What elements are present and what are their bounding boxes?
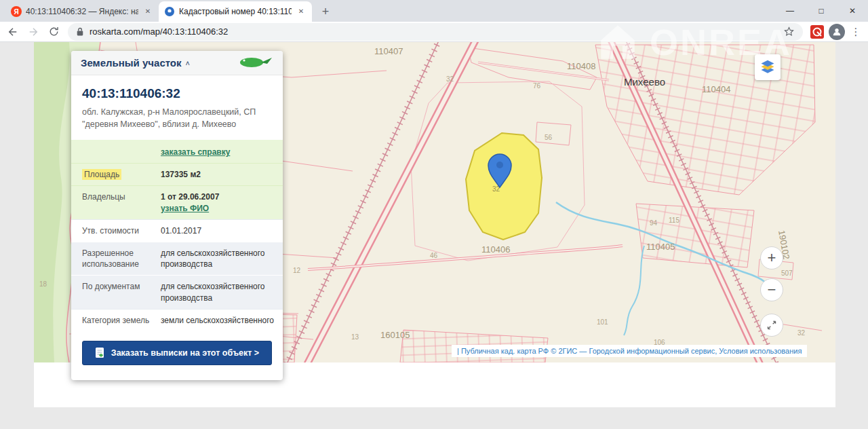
fullscreen-button[interactable] (760, 314, 783, 337)
svg-text:12: 12 (293, 267, 301, 274)
svg-text:18: 18 (39, 280, 47, 288)
row-land-category: Категория земель земли сельскохозяйствен… (71, 309, 283, 331)
address-bar[interactable]: roskarta.com/map/40:13:110406:32 (68, 23, 803, 41)
svg-text:507: 507 (781, 269, 793, 277)
zoom-out-button[interactable]: − (760, 278, 783, 301)
pdf-extension-icon[interactable] (808, 23, 826, 41)
map-attribution: | Публичная кад. карта РФ © 2ГИС — Город… (452, 345, 807, 357)
cadastral-number: 40:13:110406:32 (71, 75, 283, 107)
svg-text:56: 56 (545, 134, 553, 141)
find-owner-link[interactable]: узнать ФИО (161, 203, 209, 214)
area-value: 137335 м2 (161, 169, 275, 180)
parcel-address: обл. Калужская, р-н Малоярославецкий, СП… (71, 107, 283, 140)
terms-of-use-link[interactable]: Условия использования (719, 347, 802, 355)
svg-text:110404: 110404 (702, 84, 730, 94)
order-certificate-row: заказать справку (71, 140, 283, 163)
bookmark-star-icon[interactable] (783, 26, 795, 37)
by-documents-label: По документам (82, 281, 161, 303)
browser-navbar: roskarta.com/map/40:13:110406:32 ⋮ (0, 22, 868, 42)
page-body: 32 110407 110408 110404 110406 110405 16… (0, 42, 868, 429)
browser-menu-icon[interactable]: ⋮ (848, 26, 864, 38)
svg-text:76: 76 (533, 82, 541, 90)
tab-close-icon[interactable]: ✕ (296, 6, 307, 17)
new-tab-button[interactable]: + (316, 2, 335, 21)
row-by-documents: По документам для сельскохозяйственного … (71, 275, 283, 308)
area-label: Площадь (82, 169, 121, 180)
attribution-text: | Публичная кад. карта РФ © 2ГИС — Город… (457, 347, 717, 355)
url-text: roskarta.com/map/40:13:110406:32 (90, 26, 778, 37)
tab-title: 40:13:110406:32 — Яндекс: наш (26, 7, 138, 16)
panel-title: Земельный участок (81, 57, 182, 69)
svg-text:94: 94 (650, 219, 658, 227)
svg-text:110406: 110406 (481, 244, 510, 255)
svg-text:110407: 110407 (374, 46, 403, 56)
place-label: Михеево (624, 76, 665, 88)
svg-text:160105: 160105 (380, 330, 410, 340)
order-extracts-label: Заказать выписки на этот объект > (111, 348, 259, 358)
permitted-use-label: Разрешенное использование (82, 248, 161, 269)
browser-tab-cadastre[interactable]: Кадастровый номер 40:13:1104 ✕ (159, 1, 312, 22)
tab-title: Кадастровый номер 40:13:1104 (179, 7, 292, 16)
fullscreen-icon (765, 318, 778, 332)
map-container: 32 110407 110408 110404 110406 110405 16… (34, 42, 835, 407)
panel-header: Земельный участок ˄ (71, 51, 283, 75)
by-documents-value: для сельскохозяйственного производства (161, 281, 275, 303)
forward-button[interactable] (24, 23, 42, 41)
zoom-in-button[interactable]: + (760, 246, 783, 269)
order-extracts-button[interactable]: Заказать выписки на этот объект > (82, 341, 272, 365)
owners-label: Владельцы (82, 191, 161, 213)
row-valuation-date: Утв. стоимости 01.01.2017 (71, 219, 283, 242)
permitted-use-value: для сельскохозяйственного производства (161, 248, 275, 269)
row-permitted-use: Разрешенное использование для сельскохоз… (71, 242, 283, 275)
layers-button[interactable] (755, 54, 781, 80)
parcel-info-panel: Земельный участок ˄ 40:13:110406:32 обл.… (71, 51, 283, 380)
site-logo-icon (235, 54, 273, 71)
back-button[interactable] (4, 23, 22, 41)
document-icon (95, 347, 106, 359)
maximize-button[interactable]: □ (806, 0, 837, 22)
valuation-value: 01.01.2017 (161, 225, 275, 236)
svg-text:32: 32 (797, 329, 806, 337)
svg-text:32: 32 (446, 75, 454, 83)
minimize-button[interactable]: — (774, 0, 806, 22)
valuation-label: Утв. стоимости (82, 225, 161, 236)
land-category-value: земли сельскохозяйственного (161, 315, 275, 326)
collapse-panel-icon[interactable]: ˄ (186, 59, 190, 67)
browser-titlebar: Я 40:13:110406:32 — Яндекс: наш ✕ Кадаст… (0, 0, 868, 22)
profile-avatar[interactable] (829, 24, 845, 40)
owners-value: 1 от 29.06.2007 (161, 191, 275, 202)
close-button[interactable]: ✕ (837, 0, 868, 22)
svg-text:101: 101 (597, 318, 608, 326)
site-favicon-icon (164, 6, 175, 17)
land-category-label: Категория земель (82, 315, 161, 326)
svg-text:110405: 110405 (646, 242, 675, 252)
row-area: Площадь 137335 м2 (71, 163, 283, 185)
svg-text:115: 115 (669, 217, 679, 224)
lock-icon (76, 27, 84, 37)
order-certificate-link[interactable]: заказать справку (161, 147, 230, 157)
yandex-favicon: Я (11, 6, 22, 17)
svg-text:46: 46 (430, 252, 438, 259)
tab-close-icon[interactable]: ✕ (142, 6, 153, 17)
row-owners: Владельцы 1 от 29.06.2007 узнать ФИО (71, 185, 283, 219)
browser-tab-yandex[interactable]: Я 40:13:110406:32 — Яндекс: наш ✕ (5, 1, 159, 22)
selected-parcel[interactable] (466, 133, 542, 240)
svg-text:13: 13 (351, 333, 359, 341)
svg-text:110408: 110408 (567, 61, 595, 71)
window-controls: — □ ✕ (774, 0, 868, 22)
layers-icon (757, 57, 778, 77)
reload-button[interactable] (45, 23, 62, 41)
